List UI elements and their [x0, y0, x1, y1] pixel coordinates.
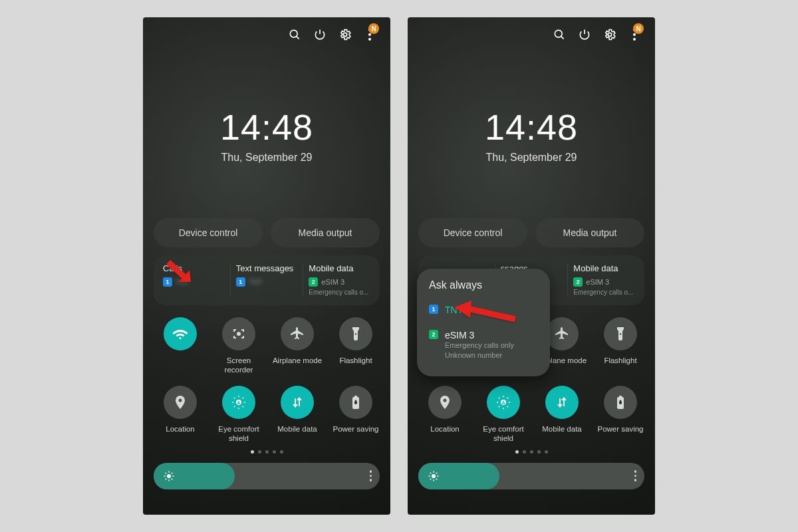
airplane-icon [545, 317, 579, 350]
power-icon[interactable] [578, 28, 591, 41]
sim-calls[interactable]: Calls 1 TNT [158, 263, 230, 296]
tile-powersave-label: Power saving [597, 424, 643, 443]
sim-data-sub: Emergency calls o... [573, 289, 635, 296]
more-icon[interactable]: N [364, 28, 377, 41]
location-icon [428, 386, 462, 419]
svg-line-10 [166, 472, 167, 473]
tile-location-label: Location [430, 424, 459, 443]
tile-airplane-label: Airplane mode [273, 356, 322, 374]
sim-data-sub: Emergency calls o... [309, 289, 370, 296]
sim-data-name: eSIM 3 [321, 278, 344, 286]
sim-texts-name: TNT [249, 278, 263, 286]
tile-wifi[interactable] [154, 317, 207, 375]
settings-icon[interactable] [338, 28, 352, 41]
sim-data-title: Mobile data [309, 263, 370, 273]
sim-data[interactable]: Mobile data 2 eSIM 3 Emergency calls o..… [303, 263, 376, 296]
flashlight-icon [339, 317, 372, 350]
notification-badge: N [368, 23, 379, 34]
search-icon[interactable] [288, 28, 301, 41]
clock-time: 14:48 [418, 106, 644, 148]
tile-eyecomfort-label: Eye comfort shield [212, 424, 265, 444]
sim-data[interactable]: Mobile data 2 eSIM 3 Emergency calls o..… [567, 263, 640, 296]
tile-power-saving[interactable]: Power saving [594, 386, 647, 444]
popup-opt2-sub1: Emergency calls only [445, 340, 514, 350]
power-icon[interactable] [313, 28, 327, 41]
eye-comfort-icon: A [222, 386, 255, 419]
tile-flashlight[interactable]: Flashlight [329, 317, 382, 375]
tile-location[interactable]: Location [418, 386, 471, 444]
sim1-chip-icon: 1 [163, 277, 172, 287]
location-icon [164, 386, 197, 419]
brightness-slider[interactable] [154, 463, 380, 489]
sim1-chip-icon: 1 [429, 305, 438, 314]
clock-date: Thu, September 29 [154, 152, 380, 164]
sim2-chip-icon: 2 [309, 277, 318, 287]
mobiledata-icon [281, 386, 314, 419]
sim-calls-name: TNT [176, 278, 190, 286]
popup-opt2-label: eSIM 3 [445, 330, 514, 340]
phone-screenshot-1: N 14:48 Thu, September 29 Device control… [143, 17, 390, 515]
search-icon[interactable] [553, 28, 566, 41]
page-indicator [418, 450, 644, 454]
tile-location[interactable]: Location [154, 386, 207, 444]
sim2-chip-icon: 2 [429, 330, 438, 339]
clock-block: 14:48 Thu, September 29 [418, 106, 644, 164]
page-indicator [154, 450, 380, 454]
sim-data-name: eSIM 3 [586, 278, 609, 286]
brightness-slider[interactable] [418, 463, 644, 489]
popup-opt2-sub2: Unknown number [445, 350, 514, 360]
brightness-icon [428, 470, 440, 482]
tile-mobiledata-label: Mobile data [542, 424, 581, 443]
svg-point-19 [432, 474, 436, 478]
svg-line-27 [436, 472, 438, 473]
tile-flashlight-label: Flashlight [339, 356, 372, 374]
quick-settings-grid: Screen recorder Airplane mode Flashlight… [154, 317, 380, 444]
svg-line-26 [430, 478, 432, 479]
sim-texts[interactable]: Text messages 1 TNT [230, 263, 303, 296]
tile-flashlight[interactable]: Flashlight [594, 317, 647, 375]
tile-power-saving[interactable]: Power saving [329, 386, 382, 444]
more-icon[interactable]: N [628, 28, 642, 41]
device-control-button[interactable]: Device control [418, 218, 527, 247]
tile-eyecomfort-label: Eye comfort shield [477, 424, 530, 444]
tile-recorder-label: Screen recorder [212, 356, 265, 375]
brightness-more-icon[interactable] [634, 470, 637, 481]
device-control-button[interactable]: Device control [154, 218, 263, 247]
sim-panel: Calls 1 TNT Text messages 1 TNT Mobile d… [154, 255, 380, 305]
svg-text:A: A [501, 400, 505, 405]
tile-powersave-label: Power saving [332, 424, 378, 443]
popup-title: Ask always [429, 279, 538, 291]
sim-data-title: Mobile data [573, 263, 635, 273]
settings-icon[interactable] [603, 28, 616, 41]
powersave-icon [339, 386, 372, 419]
tile-airplane-mode[interactable]: Airplane mode [271, 317, 324, 375]
media-output-button[interactable]: Media output [271, 218, 380, 247]
popup-option-sim2[interactable]: 2 eSIM 3 Emergency calls only Unknown nu… [429, 326, 538, 364]
sim2-chip-icon: 2 [573, 277, 583, 287]
svg-line-13 [172, 472, 173, 473]
tile-mobiledata-label: Mobile data [277, 424, 317, 443]
sim-select-popup: Ask always 1 TNT 2 eSIM 3 Emergency call… [417, 269, 550, 376]
status-actions: N [418, 17, 644, 52]
svg-point-14 [555, 30, 562, 37]
tile-eye-comfort[interactable]: A Eye comfort shield [212, 386, 265, 444]
brightness-more-icon[interactable] [370, 470, 372, 481]
tile-flashlight-label: Flashlight [604, 356, 636, 374]
airplane-icon [281, 317, 314, 350]
media-output-button[interactable]: Media output [535, 218, 644, 247]
tile-mobile-data[interactable]: Mobile data [271, 386, 324, 444]
eye-comfort-icon: A [487, 386, 520, 419]
mobiledata-icon [545, 386, 579, 419]
wifi-icon [164, 317, 197, 350]
tile-location-label: Location [166, 424, 194, 443]
tile-eye-comfort[interactable]: A Eye comfort shield [477, 386, 530, 444]
popup-option-sim1[interactable]: 1 TNT [429, 301, 538, 319]
svg-line-15 [561, 37, 564, 39]
tile-screen-recorder[interactable]: Screen recorder [212, 317, 265, 375]
popup-opt1-label: TNT [445, 305, 463, 315]
sim-texts-title: Text messages [236, 263, 298, 273]
clock-block: 14:48 Thu, September 29 [154, 106, 380, 164]
status-actions: N [154, 17, 380, 52]
tile-mobile-data[interactable]: Mobile data [535, 386, 589, 444]
svg-line-24 [430, 472, 432, 473]
